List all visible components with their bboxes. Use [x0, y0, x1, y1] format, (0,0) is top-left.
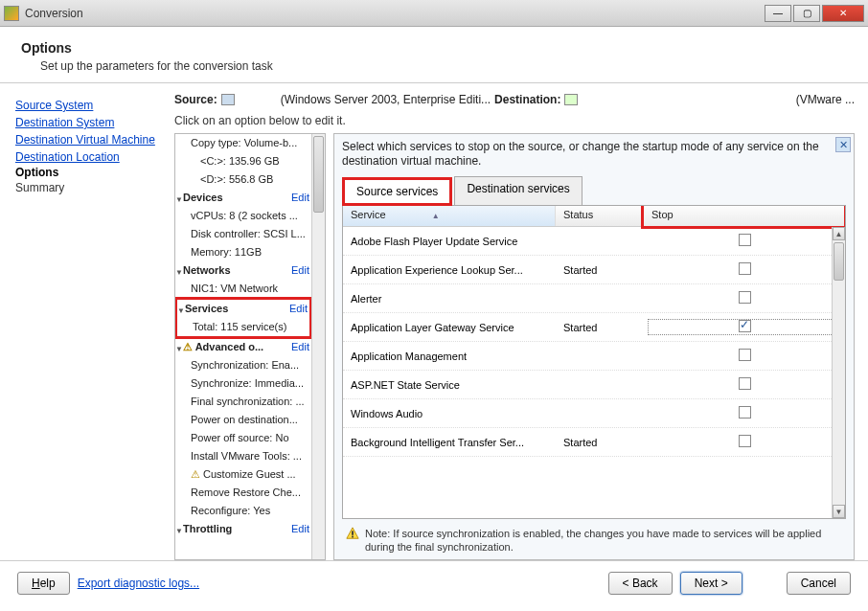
edit-link[interactable]: Edit — [291, 339, 309, 355]
tree-item: NIC1: VM Network — [175, 280, 311, 298]
page-subtitle: Set up the parameters for the conversion… — [40, 59, 847, 73]
edit-link[interactable]: Edit — [291, 262, 309, 279]
stop-checkbox[interactable] — [739, 377, 751, 390]
help-button[interactable]: Help — [17, 572, 70, 595]
stop-checkbox[interactable] — [739, 234, 751, 246]
tree-item: Memory: 11GB — [175, 243, 311, 261]
nav-options: Options — [15, 166, 58, 179]
cell-service: Background Intelligent Transfer Ser... — [343, 437, 556, 448]
nav-destination-vm[interactable]: Destination Virtual Machine — [15, 131, 163, 148]
destination-icon — [564, 94, 578, 105]
table-row[interactable]: Alerter — [343, 284, 845, 313]
svg-rect-1 — [352, 531, 354, 534]
stop-checkbox[interactable] — [739, 349, 751, 361]
cancel-button[interactable]: Cancel — [787, 572, 851, 595]
col-status[interactable]: Status — [556, 206, 644, 226]
tree-group[interactable]: ▼ServicesEdit — [177, 300, 309, 318]
cell-stop[interactable] — [644, 291, 845, 306]
window-title: Conversion — [25, 7, 765, 20]
warning-icon — [346, 527, 359, 540]
table-scroll-thumb[interactable] — [834, 242, 844, 281]
scroll-up-icon[interactable]: ▲ — [833, 227, 845, 240]
tab-source-services[interactable]: Source services — [342, 177, 452, 206]
tree-scroll-thumb[interactable] — [313, 136, 324, 213]
col-stop[interactable]: Stop — [644, 206, 845, 226]
edit-link[interactable]: Edit — [291, 521, 309, 537]
nav-destination-system[interactable]: Destination System — [15, 114, 163, 131]
tree-item: Install VMware Tools: ... — [175, 447, 311, 465]
panel-close-icon[interactable]: ✕ — [835, 137, 851, 152]
edit-link[interactable]: Edit — [289, 301, 308, 317]
panels: Copy type: Volume-b...<C:>: 135.96 GB<D:… — [174, 133, 855, 560]
cell-stop[interactable] — [644, 349, 845, 363]
minimize-button[interactable]: — — [765, 5, 791, 22]
tree-item: <D:>: 556.8 GB — [175, 170, 311, 189]
destination-value: (VMware ... — [796, 93, 855, 106]
tree-scrollbar[interactable] — [311, 134, 325, 559]
cell-service: Alerter — [343, 293, 556, 305]
stop-checkbox[interactable] — [739, 435, 751, 447]
cell-service: Adobe Flash Player Update Service — [343, 236, 556, 247]
source-dest-row: Source: (Windows Server 2003, Enterprise… — [174, 93, 855, 114]
table-row[interactable]: Application Layer Gateway ServiceStarted — [343, 313, 845, 342]
cell-status: Started — [556, 437, 644, 448]
table-scrollbar[interactable]: ▲ ▼ — [832, 227, 845, 518]
col-service[interactable]: Service▲ — [343, 206, 556, 226]
cell-service: ASP.NET State Service — [343, 379, 556, 391]
tree-group[interactable]: ▼⚠ Advanced o...Edit — [175, 338, 311, 356]
table-header: Service▲ Status Stop — [343, 206, 845, 227]
page-title: Options — [21, 40, 847, 56]
tree-item: vCPUs: 8 (2 sockets ... — [175, 207, 311, 225]
stop-checkbox[interactable] — [739, 291, 751, 304]
table-row[interactable]: Adobe Flash Player Update Service — [343, 227, 845, 256]
panel-description: Select which services to stop on the sou… — [342, 140, 846, 169]
table-row[interactable]: ASP.NET State Service — [343, 371, 845, 399]
cell-service: Application Layer Gateway Service — [343, 322, 556, 333]
sync-note: Note: If source synchronization is enabl… — [342, 525, 846, 554]
tree-group[interactable]: ▼ThrottlingEdit — [175, 520, 311, 538]
nav-destination-location[interactable]: Destination Location — [15, 148, 163, 166]
source-icon — [221, 94, 235, 105]
wizard-footer: Help Export diagnostic logs... < Back Ne… — [0, 560, 868, 604]
cell-stop[interactable] — [644, 435, 845, 449]
sort-asc-icon: ▲ — [432, 212, 440, 220]
tab-destination-services[interactable]: Destination services — [454, 176, 582, 205]
svg-rect-2 — [352, 536, 354, 538]
tree-item: Synchronize: Immedia... — [175, 374, 311, 393]
cell-stop[interactable] — [648, 319, 841, 335]
tree-item: Power off source: No — [175, 429, 311, 447]
edit-link[interactable]: Edit — [291, 190, 309, 206]
edit-hint: Click on an option below to edit it. — [174, 114, 855, 127]
table-row[interactable]: Application Management — [343, 342, 845, 371]
tree-item: Disk controller: SCSI L... — [175, 225, 311, 243]
stop-checkbox[interactable] — [739, 262, 751, 275]
table-row[interactable]: Application Experience Lookup Ser...Star… — [343, 256, 845, 284]
source-value: (Windows Server 2003, Enterprise Editi..… — [281, 93, 491, 106]
tree-group[interactable]: ▼NetworksEdit — [175, 261, 311, 280]
table-row[interactable]: Windows Audio — [343, 399, 845, 428]
scroll-down-icon[interactable]: ▼ — [833, 505, 845, 518]
table-row[interactable]: Background Intelligent Transfer Ser...St… — [343, 428, 845, 457]
cell-stop[interactable] — [644, 377, 845, 392]
titlebar: Conversion — ▢ ✕ — [0, 0, 868, 27]
nav-source-system[interactable]: Source System — [15, 97, 163, 114]
export-logs-link[interactable]: Export diagnostic logs... — [78, 577, 199, 590]
cell-stop[interactable] — [644, 262, 845, 277]
tree-item: Power on destination... — [175, 411, 311, 429]
tree-item: Total: 115 service(s) — [177, 318, 309, 336]
close-button[interactable]: ✕ — [822, 5, 864, 22]
back-button[interactable]: < Back — [608, 572, 673, 595]
stop-checkbox[interactable] — [739, 320, 751, 332]
tree-item: <C:>: 135.96 GB — [175, 152, 311, 170]
app-icon — [4, 6, 19, 21]
stop-checkbox[interactable] — [739, 406, 751, 419]
tree-item: Synchronization: Ena... — [175, 356, 311, 374]
next-button[interactable]: Next > — [680, 572, 742, 595]
cell-stop[interactable] — [644, 406, 845, 420]
page-header: Options Set up the parameters for the co… — [0, 27, 868, 83]
tree-group[interactable]: ▼DevicesEdit — [175, 189, 311, 207]
maximize-button[interactable]: ▢ — [793, 5, 820, 22]
body: Source System Destination System Destina… — [0, 83, 868, 560]
tree-item: Reconfigure: Yes — [175, 502, 311, 520]
cell-stop[interactable] — [644, 234, 845, 248]
